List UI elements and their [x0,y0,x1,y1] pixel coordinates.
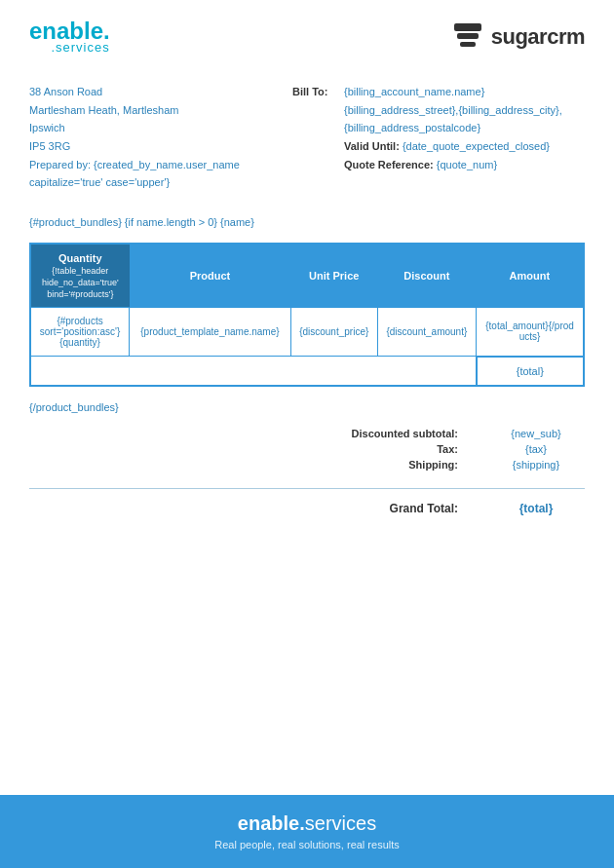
qty-value3: {quantity} [36,337,124,348]
bundles-close: {/product_bundles} [0,396,614,418]
address-line2: Martlesham Heath, Martlesham [29,101,273,120]
quantity-template2: hide_no_data='true' [42,278,119,287]
th-discount: Discount [377,244,476,308]
shipping-value: {shipping} [487,459,585,471]
billing-address-line1: {billing_address_street},{billing_addres… [344,101,585,120]
tax-value: {tax} [487,443,585,455]
prepared-by-line2: capitalize='true' case='upper'} [29,173,273,192]
footer: enable.services Real people, real soluti… [0,795,614,868]
valid-until-label: Valid Until: [344,140,400,152]
shipping-row: Shipping: {shipping} [273,459,585,471]
product-table: Quantity {!table_header hide_no_data='tr… [29,243,585,387]
bill-to-label: Bill To: [292,83,336,101]
grand-total-value: {total} [487,502,585,515]
total-empty1 [30,357,130,386]
tax-label: Tax: [273,443,458,455]
amount-cell: {total_amount}{/prod ucts} [477,308,584,357]
total-row: {total} [30,357,584,386]
th-amount: Amount [477,244,584,308]
sugarcrm-icon [452,21,483,53]
qty-value1: {#products [36,316,124,326]
bundles-close-text: {/product_bundles} [29,401,119,413]
address-line4: IP5 3RG [29,137,273,156]
header-logos: enable. .services sugarcrm [0,0,614,63]
th-quantity: Quantity {!table_header hide_no_data='tr… [30,244,130,308]
quote-ref-val: {quote_num} [437,159,497,170]
total-amount-cell: {total} [477,357,584,386]
footer-logo: enable.services [29,812,585,835]
footer-enable-text: enable [238,812,299,834]
address-left: 38 Anson Road Martlesham Heath, Martlesh… [29,83,273,192]
address-right: Bill To: {billing_account_name.name} {bi… [292,83,585,192]
shipping-label: Shipping: [273,459,458,471]
product-cell: {product_template_name.name} [130,308,291,357]
discounted-subtotal-row: Discounted subtotal: {new_sub} [273,428,585,439]
template-var-section: {#product_bundles} {if name.length > 0} … [0,211,614,243]
amount-val2: ucts} [481,331,578,342]
address-line3: Ipswich [29,119,273,137]
summary-section: Discounted subtotal: {new_sub} Tax: {tax… [0,418,614,480]
unit-price-cell: {discount_price} [290,308,377,357]
product-table-wrapper: Quantity {!table_header hide_no_data='tr… [0,243,614,387]
qty-cell: {#products sort='position:asc'} {quantit… [30,308,130,357]
sugarcrm-brand-bold: crm [547,24,585,49]
address-line1: 38 Anson Road [29,83,273,101]
quantity-label: Quantity [58,252,102,264]
valid-until-val: {date_quote_expected_closed} [403,140,550,152]
svg-rect-2 [460,42,476,47]
billing-address-line2: {billing_address_postalcode} [344,119,585,137]
valid-until-row: Valid Until: {date_quote_expected_closed… [344,137,585,156]
summary-divider [29,488,585,489]
sugarcrm-brand-text: sugarcrm [491,24,585,50]
table-row: {#products sort='position:asc'} {quantit… [30,308,584,357]
quote-ref-label: Quote Reference: [344,159,434,170]
table-header-row: Quantity {!table_header hide_no_data='tr… [30,244,584,308]
th-product: Product [130,244,291,308]
address-section: 38 Anson Road Martlesham Heath, Martlesh… [0,63,614,211]
enable-services-text: .services [29,41,110,54]
footer-tagline: Real people, real solutions, real result… [29,839,585,850]
svg-rect-0 [454,23,481,31]
sugarcrm-logo: sugarcrm [452,21,585,53]
tax-row: Tax: {tax} [273,443,585,455]
quantity-template3: bind='#products'} [47,289,113,299]
discounted-subtotal-label: Discounted subtotal: [273,428,458,439]
total-empty3 [290,357,377,386]
amount-val1: {total_amount}{/prod [481,321,578,331]
template-var-text: {#product_bundles} {if name.length > 0} … [29,216,254,228]
bill-to-row: Bill To: {billing_account_name.name} [292,83,585,101]
grand-total-label: Grand Total: [273,502,458,515]
quantity-template1: {!table_header [52,266,108,276]
th-unit-price: Unit Price [290,244,377,308]
discounted-subtotal-value: {new_sub} [487,428,585,439]
enable-logo: enable. .services [29,19,110,54]
qty-value2: sort='position:asc'} [36,326,124,337]
bill-to-account-name: {billing_account_name.name} [344,83,484,101]
sugarcrm-brand: sugar [491,24,547,49]
svg-rect-1 [457,33,479,39]
discount-cell: {discount_amount} [377,308,476,357]
quote-ref-row: Quote Reference: {quote_num} [344,156,585,174]
footer-services-text: services [305,812,376,834]
grand-total-row: Grand Total: {total} [273,502,585,515]
prepared-by-line1: Prepared by: {created_by_name.user_name [29,156,273,174]
total-empty4 [377,357,476,386]
total-empty2 [130,357,291,386]
grand-total-section: Grand Total: {total} [0,497,614,520]
